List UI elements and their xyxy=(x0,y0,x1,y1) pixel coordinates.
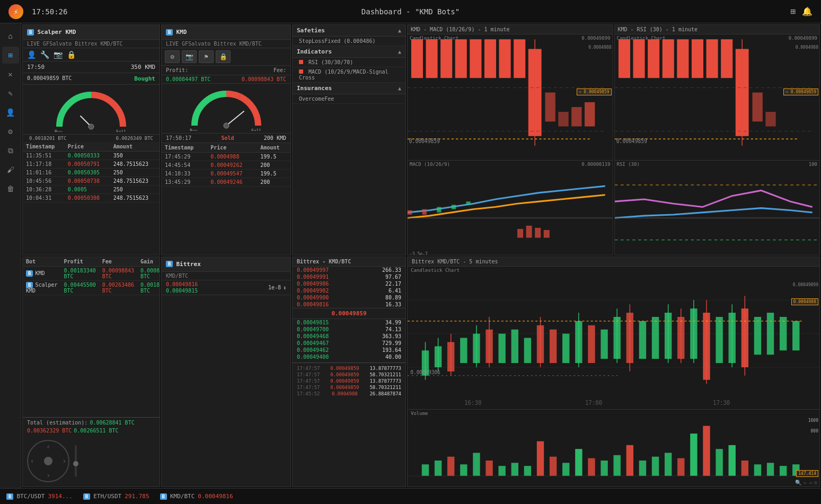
lock-icon[interactable]: 🔒 xyxy=(67,50,76,59)
kmd-ctrl-2[interactable]: 📷 xyxy=(182,50,197,63)
fivemin-left[interactable]: ← xyxy=(804,480,807,485)
sidebar-home[interactable]: ⌂ xyxy=(2,28,19,45)
kmd-panel: B KMD LIVE GFSalvato Bittrex KMD/BTC ⚙ 📷… xyxy=(161,24,291,255)
col-timestamp: Timestamp xyxy=(23,142,65,152)
kmd-badge: B xyxy=(166,29,173,36)
orderbook-title: Bittrex - KMD/BTC xyxy=(293,257,405,267)
svg-rect-119 xyxy=(550,456,557,475)
sidebar-close[interactable]: ✕ xyxy=(2,66,19,83)
bot-tbody: BKMD 0.00183340 BTC 0.00098843 BTC 0.000… xyxy=(23,266,160,295)
svg-rect-120 xyxy=(562,463,569,476)
camera-icon[interactable]: 📷 xyxy=(54,50,63,59)
sidebar-paint[interactable]: 🖌 xyxy=(2,161,19,178)
kmd-ctrl-3[interactable]: ⚑ xyxy=(199,50,214,63)
tools-icon[interactable]: 🔧 xyxy=(40,50,49,59)
insurances-collapse[interactable]: ▲ xyxy=(398,85,401,91)
sidebar-dashboard[interactable]: ⊞ xyxy=(2,47,19,64)
sidebar-user[interactable]: 👤 xyxy=(2,104,19,121)
scalper-time: 17:50 xyxy=(27,64,45,70)
table-row: 14:10:33 0.00049547 199.5 xyxy=(162,170,290,178)
svg-rect-38 xyxy=(648,39,659,78)
svg-text:Sell: Sell xyxy=(251,129,261,131)
fivemin-volume-area: Volume xyxy=(408,410,819,487)
sidebar-edit[interactable]: ✎ xyxy=(2,85,19,102)
layout-icon[interactable]: ⊞ xyxy=(790,6,796,16)
svg-text:0.00049859: 0.00049859 xyxy=(616,136,647,145)
svg-rect-100 xyxy=(767,313,774,355)
total-row: Total (estimation): 0.00628841 BTC 0.003… xyxy=(23,417,160,436)
fivemin-title: Bittrex KMD/BTC - 5 minutes xyxy=(408,257,819,267)
topbar-icons: ⊞ 🔔 xyxy=(790,6,813,16)
bell-icon[interactable]: 🔔 xyxy=(802,6,813,16)
sidebar-copy[interactable]: ⧉ xyxy=(2,142,19,159)
svg-rect-84 xyxy=(639,321,646,358)
svg-line-4 xyxy=(226,111,244,126)
nav-down: › xyxy=(46,472,50,479)
bot-table: BotProfitFeeGain BKMD 0.00183340 BTC 0.0… xyxy=(23,257,160,295)
svg-rect-117 xyxy=(524,466,531,476)
vol-800: 800 xyxy=(811,429,818,434)
app-logo: ⚡ xyxy=(8,4,23,19)
svg-rect-94 xyxy=(716,316,722,362)
insurances-title: Insurances xyxy=(297,85,332,92)
fivemin-reset[interactable]: ⊙ xyxy=(814,480,817,485)
macd-chart-panel: KMD - MACD (10/26/9) - 1 minute Candlest… xyxy=(407,24,613,255)
scalper-header: B Scalper KMD xyxy=(23,25,160,40)
svg-rect-137 xyxy=(780,466,787,476)
svg-rect-11 xyxy=(455,39,467,78)
gauge-low: 0.0018201 BTC xyxy=(29,136,66,141)
kmd-ctrl-1[interactable]: ⚙ xyxy=(165,50,180,63)
recent-trade-row: 17:47:570.0004985913.87877773 xyxy=(293,365,405,372)
kmd-controls: ⚙ 📷 ⚑ 🔒 xyxy=(162,48,290,66)
svg-rect-47 xyxy=(765,112,775,126)
col-price: Price xyxy=(65,142,110,152)
user-icon[interactable]: 👤 xyxy=(27,50,36,59)
svg-rect-13 xyxy=(484,39,496,78)
macd-candlestick-label: Candlestick Chart xyxy=(410,36,458,41)
eth-status: B ETH/USDT 291.785 xyxy=(83,493,149,500)
zoom-slider[interactable] xyxy=(75,445,77,477)
nav-center-dot xyxy=(44,457,52,465)
indicators-collapse[interactable]: ▲ xyxy=(398,49,401,55)
kmd-gauge: Buy Sell xyxy=(162,84,290,134)
scalper-badge: B xyxy=(27,29,34,36)
svg-rect-36 xyxy=(618,39,630,78)
profit-value: 0.00084497 BTC xyxy=(166,76,210,82)
table-row: 14:45:54 0.00049262 200 xyxy=(162,161,290,170)
sidebar-delete[interactable]: 🗑 xyxy=(2,180,19,197)
total-fee: 0.00362329 BTC xyxy=(27,428,72,434)
bittrex-title: Bittrex xyxy=(176,261,200,268)
svg-rect-8 xyxy=(411,39,423,78)
kmd-status: B KMD/BTC 0.00049816 xyxy=(160,493,233,500)
rsi-100-label: 100 xyxy=(809,162,817,167)
svg-rect-14 xyxy=(499,39,511,78)
safeties-collapse[interactable]: ▲ xyxy=(398,28,401,33)
fivemin-zoom-out[interactable]: 🔍 xyxy=(795,480,801,485)
svg-rect-122 xyxy=(588,458,595,475)
macd-current-price-badge: → 0.00049859 xyxy=(577,89,612,95)
table-row: 11:01:16 0.00050305 250 xyxy=(23,169,160,177)
indicators-title: Indicators xyxy=(297,48,332,55)
fivemin-right[interactable]: → xyxy=(809,480,812,485)
kmd-trades: Timestamp Price Amount 17:45:29 0.000498… xyxy=(162,143,290,187)
kmd-subtitle: LIVE GFSalvato Bittrex KMD/BTC xyxy=(162,40,290,48)
table-row: BKMD 0.00183340 BTC 0.00098843 BTC 0.000… xyxy=(23,266,160,280)
sidebar-settings[interactable]: ⚙ xyxy=(2,123,19,140)
svg-rect-134 xyxy=(741,461,748,476)
macd-item: MACD (10/26/9/MACD-Signal Cross xyxy=(293,67,405,83)
svg-rect-132 xyxy=(716,449,722,476)
kmd-ctrl-4[interactable]: 🔒 xyxy=(216,50,231,63)
svg-rect-112 xyxy=(460,464,467,476)
svg-rect-15 xyxy=(514,39,525,78)
svg-rect-39 xyxy=(662,39,674,78)
recent-trade-row: 17:47:570.0004985958.70321211 xyxy=(293,372,405,378)
nav-right: › xyxy=(63,457,66,465)
ask-row: 0.00049997266.33 xyxy=(293,267,405,273)
rsi-price-high: 0.00049899 xyxy=(789,36,817,41)
volume-svg xyxy=(408,418,819,480)
rsi-candlestick-area: Candlestick Chart 0.00049899 xyxy=(615,34,820,161)
svg-text:Buy: Buy xyxy=(190,129,198,131)
profit-label: Profit: xyxy=(166,67,188,73)
kmd-label: KMD/BTC xyxy=(170,493,195,500)
macd-candlestick-svg: 0.00049859 xyxy=(408,34,613,160)
